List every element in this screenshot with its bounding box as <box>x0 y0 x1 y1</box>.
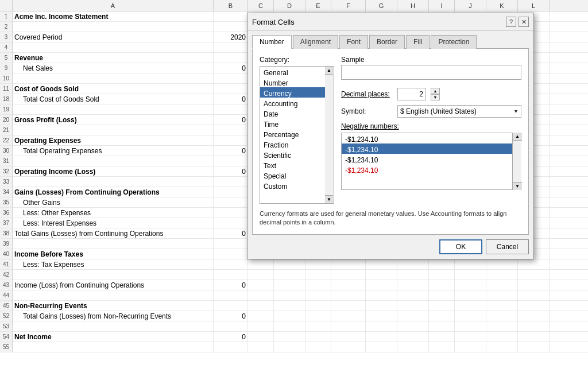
cell[interactable] <box>274 301 305 311</box>
tab-font[interactable]: Font <box>339 35 368 49</box>
cell[interactable] <box>274 270 305 280</box>
table-row[interactable]: Net Income0 <box>13 332 588 342</box>
category-item[interactable]: Time <box>260 118 334 129</box>
cell[interactable] <box>397 332 429 342</box>
cell[interactable] <box>486 280 518 290</box>
cell-a[interactable] <box>13 177 214 187</box>
cell[interactable] <box>486 290 518 300</box>
cell-a[interactable]: Other Gains <box>13 197 214 207</box>
cell[interactable] <box>305 301 331 311</box>
cell-b[interactable] <box>214 42 248 52</box>
table-row[interactable]: Non-Recurring Events <box>13 301 588 311</box>
col-header-b[interactable]: B <box>214 0 248 11</box>
category-item[interactable]: Scientific <box>260 149 334 160</box>
cell[interactable] <box>305 270 331 280</box>
cell-b[interactable] <box>214 11 248 21</box>
cell[interactable] <box>366 280 397 290</box>
cell[interactable] <box>518 259 550 269</box>
cell[interactable] <box>248 301 274 311</box>
cell[interactable] <box>331 301 366 311</box>
category-item[interactable]: Number <box>260 77 334 87</box>
cell-b[interactable] <box>214 270 248 280</box>
cell[interactable] <box>429 342 455 352</box>
tab-border[interactable]: Border <box>369 35 405 49</box>
negative-option[interactable]: -$1,234.10 <box>342 154 521 164</box>
cell[interactable] <box>397 259 429 269</box>
cell[interactable] <box>366 342 397 352</box>
cell-a[interactable] <box>13 321 214 331</box>
cell[interactable] <box>305 311 331 321</box>
cell-a[interactable]: Total Gains (Losses) from Continuing Ope… <box>13 228 214 238</box>
col-header-g[interactable]: G <box>366 0 397 11</box>
cell[interactable] <box>274 332 305 342</box>
cell[interactable] <box>518 301 550 311</box>
cell[interactable] <box>486 321 518 331</box>
cell[interactable] <box>305 280 331 290</box>
cell-b[interactable]: 0 <box>214 115 248 125</box>
cell[interactable] <box>274 280 305 290</box>
cell-a[interactable] <box>13 104 214 114</box>
cell-a[interactable]: Acme Inc. Income Statement <box>13 11 214 21</box>
cell[interactable] <box>429 311 455 321</box>
cell[interactable] <box>366 270 397 280</box>
category-scrollbar[interactable]: ▲ ▼ <box>325 66 334 204</box>
cell-a[interactable] <box>13 239 214 249</box>
cell[interactable] <box>486 332 518 342</box>
category-item[interactable]: Fraction <box>260 139 334 149</box>
neg-scroll-up[interactable]: ▲ <box>513 133 522 141</box>
cell-a[interactable]: Less: Interest Expenses <box>13 218 214 228</box>
cell[interactable] <box>305 259 331 269</box>
cell-b[interactable] <box>214 249 248 259</box>
cell-b[interactable]: 0 <box>214 146 248 156</box>
cell-b[interactable] <box>214 125 248 135</box>
cell-a[interactable]: Income Before Taxes <box>13 249 214 259</box>
cell[interactable] <box>429 259 455 269</box>
category-item[interactable]: Date <box>260 108 334 118</box>
cell[interactable] <box>455 290 486 300</box>
table-row[interactable]: Total Gains (Losses) from Non-Recurring … <box>13 311 588 321</box>
cell[interactable] <box>331 342 366 352</box>
cell-a[interactable]: Gross Profit (Loss) <box>13 115 214 125</box>
cell-b[interactable] <box>214 187 248 197</box>
table-row[interactable]: Income (Loss) from Continuing Operations… <box>13 280 588 290</box>
cell-b[interactable] <box>214 321 248 331</box>
cell[interactable] <box>331 332 366 342</box>
cell[interactable] <box>518 290 550 300</box>
category-item[interactable]: Currency <box>260 87 334 98</box>
cell[interactable] <box>366 311 397 321</box>
cell-a[interactable]: Gains (Losses) From Continuing Operation… <box>13 187 214 197</box>
spin-up[interactable]: ▲ <box>431 88 440 94</box>
cell[interactable] <box>331 259 366 269</box>
cell-b[interactable] <box>214 104 248 114</box>
cell-b[interactable]: 0 <box>214 280 248 290</box>
cell[interactable] <box>366 301 397 311</box>
category-item[interactable]: Custom <box>260 180 334 191</box>
cell-b[interactable]: 0 <box>214 311 248 321</box>
cell[interactable] <box>455 321 486 331</box>
cell[interactable] <box>486 270 518 280</box>
cell[interactable] <box>305 290 331 300</box>
cell-a[interactable]: Covered Period <box>13 32 214 42</box>
cell[interactable] <box>274 290 305 300</box>
cell[interactable] <box>331 290 366 300</box>
cell[interactable] <box>274 259 305 269</box>
cell-b[interactable] <box>214 197 248 207</box>
cell[interactable] <box>486 259 518 269</box>
format-cells-dialog[interactable]: Format Cells ? ✕ NumberAlignmentFontBord… <box>247 13 534 259</box>
cell[interactable] <box>455 301 486 311</box>
cell-a[interactable] <box>13 42 214 52</box>
cell-a[interactable] <box>13 270 214 280</box>
cell-b[interactable]: 0 <box>214 166 248 176</box>
cell[interactable] <box>248 280 274 290</box>
table-row[interactable]: Less: Tax Expenses <box>13 259 588 270</box>
cell-b[interactable] <box>214 84 248 94</box>
category-scroll-down[interactable]: ▼ <box>325 195 333 203</box>
cell-b[interactable] <box>214 22 248 32</box>
cell[interactable] <box>455 270 486 280</box>
cell[interactable] <box>518 332 550 342</box>
cell-a[interactable]: Income (Loss) from Continuing Operations <box>13 280 214 290</box>
ok-button[interactable]: OK <box>439 239 482 254</box>
cell[interactable] <box>455 280 486 290</box>
cell-b[interactable]: 0 <box>214 332 248 342</box>
cell-b[interactable] <box>214 342 248 352</box>
